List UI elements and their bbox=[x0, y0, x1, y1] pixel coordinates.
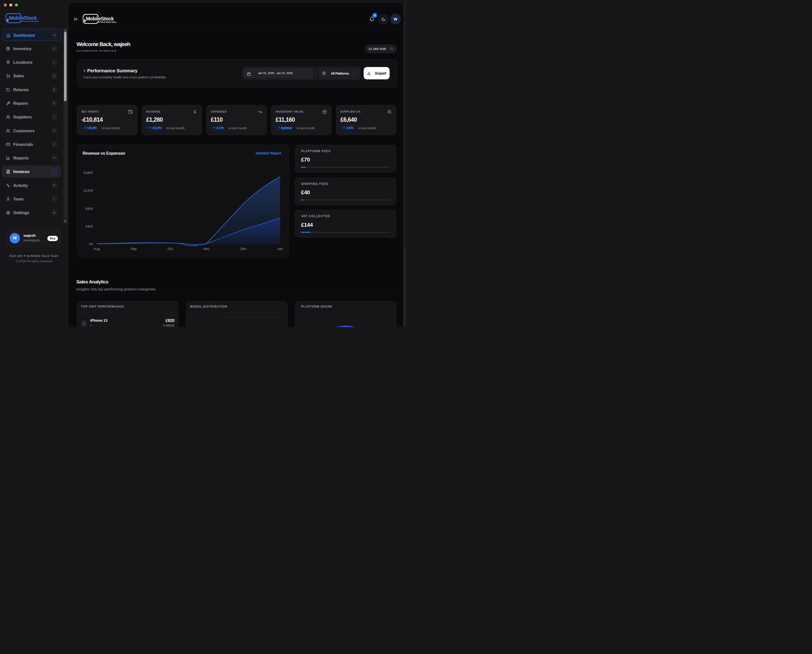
svg-text:Dec: Dec bbox=[240, 247, 246, 251]
svg-text:£400: £400 bbox=[85, 225, 93, 228]
svg-text:£: £ bbox=[194, 110, 196, 114]
svg-text:Nov: Nov bbox=[203, 247, 209, 251]
svg-text:£1600: £1600 bbox=[83, 171, 93, 174]
svg-text:£800: £800 bbox=[85, 207, 93, 211]
svg-text:£0: £0 bbox=[89, 242, 93, 246]
svg-text:£1200: £1200 bbox=[83, 189, 93, 193]
svg-text:Aug: Aug bbox=[93, 247, 99, 251]
svg-text:Oct: Oct bbox=[167, 247, 173, 251]
svg-text:Sep: Sep bbox=[130, 247, 136, 251]
svg-text:Jan: Jan bbox=[277, 247, 283, 251]
